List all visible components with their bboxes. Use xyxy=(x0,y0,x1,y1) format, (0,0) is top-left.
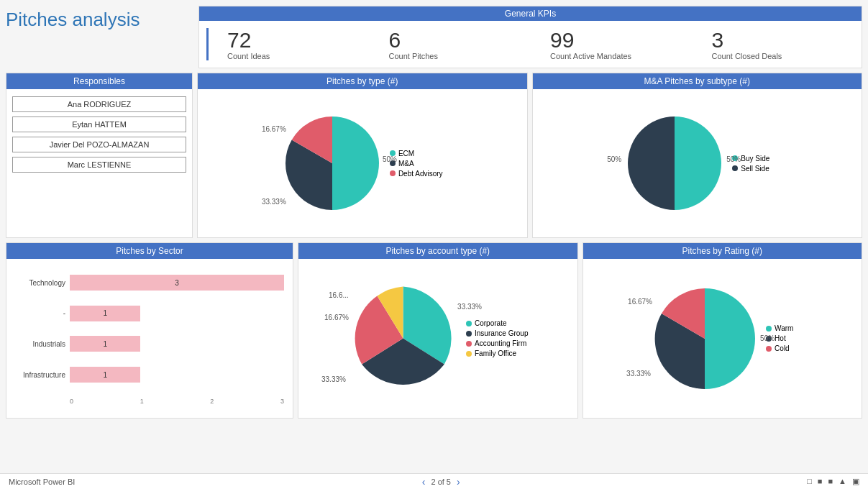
ma-label: M&A xyxy=(398,160,414,168)
legend-insurance: Insurance Group xyxy=(466,329,529,337)
ma-subtype-svg xyxy=(624,113,725,214)
accounting-label: Accounting Firm xyxy=(475,339,526,347)
warm-dot xyxy=(766,326,772,332)
footer-brand: Microsoft Power BI xyxy=(9,477,75,486)
label-50-sell: 50% xyxy=(607,155,621,163)
legend-sellside: Sell Side xyxy=(732,165,769,173)
label-1667-cold: 16.67% xyxy=(628,298,652,306)
bar-row-dash: - 1 xyxy=(15,306,284,321)
ma-subtype-panel: M&A Pitches by subtype (#) 50% 50% xyxy=(532,73,863,238)
responsible-item-2[interactable]: Javier Del POZO-ALMAZAN xyxy=(12,137,186,152)
footer-icons: □ ■ ■ ▲ ▣ xyxy=(807,477,859,486)
bar-track-industrials: 1 xyxy=(70,336,284,352)
bar-label-infra: Infrastructure xyxy=(15,371,65,379)
bar-fill-dash: 1 xyxy=(70,306,140,321)
insurance-label: Insurance Group xyxy=(475,329,529,337)
kpi-mandates-number: 99 xyxy=(550,28,689,52)
twitter-icon[interactable]: ■ xyxy=(818,477,823,486)
kpi-mandates-label: Count Active Mandates xyxy=(550,52,689,60)
page-title: Pitches analysis xyxy=(6,6,193,34)
share-icon[interactable]: □ xyxy=(807,477,812,486)
debt-label: Debt Advisory xyxy=(398,170,443,178)
pitches-by-type-body: 50% 33.33% 16.67% ECM M&A xyxy=(198,89,527,237)
bar-label-industrials: Industrials xyxy=(15,340,65,348)
label-50-type: 50% xyxy=(383,155,397,163)
label-3333-hot: 33.33% xyxy=(626,370,651,378)
hot-label: Hot xyxy=(775,334,786,342)
label-1667-type: 16.67% xyxy=(262,125,286,133)
account-type-panel: Pitches by account type (#) xyxy=(298,242,578,419)
account-type-pie: 33.33% 16.6... 33.33% 16.67% xyxy=(347,283,459,394)
pitches-by-type-pie: 50% 33.33% 16.67% xyxy=(282,113,383,214)
rating-header: Pitches by Rating (#) xyxy=(583,243,862,259)
responsibles-list: Ana RODRIGUEZ Eytan HATTEM Javier Del PO… xyxy=(6,89,192,180)
fullscreen-icon[interactable]: ▣ xyxy=(852,477,859,486)
account-type-body: 33.33% 16.6... 33.33% 16.67% Corporate I… xyxy=(298,259,577,418)
axis-1: 1 xyxy=(140,398,144,405)
legend-ma: M&A xyxy=(390,160,443,168)
bar-fill-tech: 3 xyxy=(70,275,284,291)
middle-row: Responsibles Ana RODRIGUEZ Eytan HATTEM … xyxy=(6,73,862,238)
ma-subtype-pie: 50% 50% xyxy=(624,113,725,214)
title-section: Pitches analysis xyxy=(6,6,193,34)
axis-0: 0 xyxy=(70,398,73,405)
bar-chart: Technology 3 - 1 Industrials xyxy=(9,265,290,415)
axis-2: 2 xyxy=(210,398,214,405)
kpi-ideas-label: Count Ideas xyxy=(227,52,366,60)
legend-corporate: Corporate xyxy=(466,319,529,327)
sector-body: Technology 3 - 1 Industrials xyxy=(6,259,293,418)
charts-row: Pitches by type (#) 5 xyxy=(197,73,862,238)
header-row: Pitches analysis General KPIs 72 Count I… xyxy=(6,6,862,68)
legend-debt: Debt Advisory xyxy=(390,170,443,178)
insurance-dot xyxy=(466,331,472,337)
kpi-section: General KPIs 72 Count Ideas 6 Count Pitc… xyxy=(198,6,862,68)
corporate-dot xyxy=(466,321,472,326)
account-type-svg xyxy=(347,283,459,394)
bar-fill-industrials: 1 xyxy=(70,336,140,352)
bar-track-tech: 3 xyxy=(70,275,284,291)
responsibles-panel: Responsibles Ana RODRIGUEZ Eytan HATTEM … xyxy=(6,73,193,238)
page-indicator: 2 of 5 xyxy=(431,477,451,486)
responsibles-header: Responsibles xyxy=(6,73,192,89)
ma-subtype-body: 50% 50% Buy Side Sell Side xyxy=(533,89,862,237)
sector-panel: Pitches by Sector Technology 3 - 1 xyxy=(6,242,293,419)
warm-label: Warm xyxy=(775,324,793,332)
cold-dot xyxy=(766,346,772,352)
bar-fill-infra: 1 xyxy=(70,367,140,383)
pitches-by-type-legend: ECM M&A Debt Advisory xyxy=(390,150,443,178)
export-icon[interactable]: ▲ xyxy=(839,477,846,486)
legend-family: Family Office xyxy=(466,349,529,357)
responsible-item-3[interactable]: Marc LESTIENNE xyxy=(12,157,186,173)
next-page-button[interactable]: › xyxy=(457,476,460,488)
kpi-ideas-number: 72 xyxy=(227,28,366,52)
legend-cold: Cold xyxy=(766,344,793,352)
bar-track-dash: 1 xyxy=(70,306,284,321)
label-1667-fam: 16.67% xyxy=(324,314,349,321)
bar-label-dash: - xyxy=(15,309,65,317)
sellside-label: Sell Side xyxy=(741,165,769,173)
ecm-label: ECM xyxy=(398,150,414,157)
kpi-deals: 3 Count Closed Deals xyxy=(700,25,862,63)
dashboard: Pitches analysis General KPIs 72 Count I… xyxy=(0,0,868,489)
rating-panel: Pitches by Rating (#) 50% 33.33% xyxy=(583,242,863,419)
pitches-by-type-header: Pitches by type (#) xyxy=(198,73,527,89)
facebook-icon[interactable]: ■ xyxy=(828,477,833,486)
label-3333-type: 33.33% xyxy=(262,198,286,206)
kpi-pitches: 6 Count Pitches xyxy=(378,25,539,63)
label-50-buy: 50% xyxy=(726,155,741,163)
debt-dot xyxy=(390,170,396,176)
label-50-warm: 50% xyxy=(760,334,775,342)
account-type-header: Pitches by account type (#) xyxy=(298,243,577,259)
responsible-item-0[interactable]: Ana RODRIGUEZ xyxy=(12,96,186,112)
bar-track-infra: 1 xyxy=(70,367,284,383)
kpi-body: 72 Count Ideas 6 Count Pitches 99 Count … xyxy=(199,21,862,68)
bar-row-infra: Infrastructure 1 xyxy=(15,367,284,383)
rating-wrapper: 50% 33.33% 16.67% Warm Hot xyxy=(583,259,862,418)
legend-warm: Warm xyxy=(766,324,793,332)
bar-label-tech: Technology xyxy=(15,279,65,287)
kpi-deals-label: Count Closed Deals xyxy=(712,52,851,60)
kpi-ideas: 72 Count Ideas xyxy=(216,25,378,63)
prev-page-button[interactable]: ‹ xyxy=(422,476,426,488)
responsible-item-1[interactable]: Eytan HATTEM xyxy=(12,116,186,132)
ma-subtype-wrapper: 50% 50% Buy Side Sell Side xyxy=(533,89,862,237)
